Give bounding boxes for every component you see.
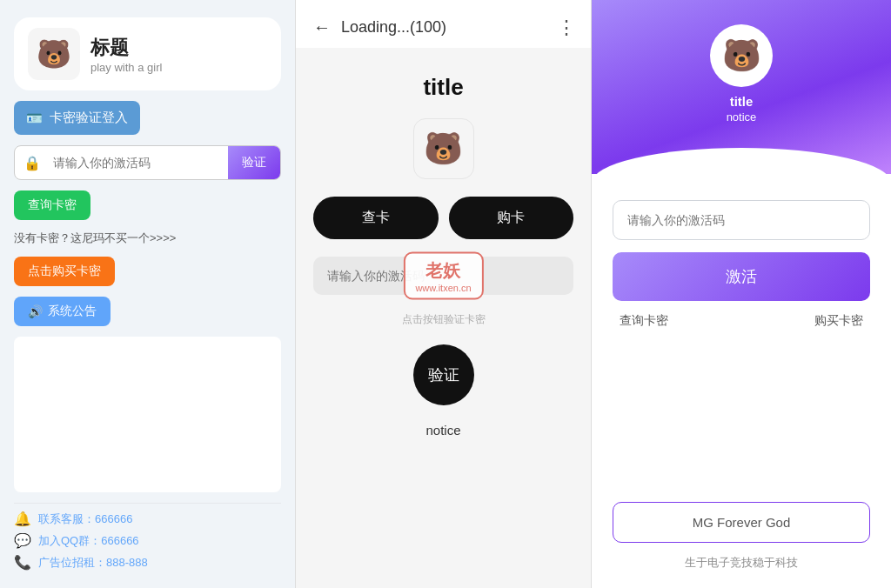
right-app-title: title: [730, 94, 754, 109]
bell-icon: 🔔: [14, 511, 31, 527]
verify-label-middle: 验证: [428, 364, 459, 385]
right-link-row: 查询卡密 购买卡密: [613, 313, 870, 329]
query-card-link[interactable]: 查询卡密: [620, 313, 668, 329]
title-block-left: 标题 play with a girl: [90, 35, 162, 74]
contact-item-1: 💬 加入QQ群：666666: [14, 532, 281, 549]
buy-card-button-middle[interactable]: 购卡: [449, 197, 574, 239]
right-logo-container: 🐻: [710, 24, 773, 87]
lock-icon: 🔒: [15, 155, 50, 171]
watermark-url: www.itxen.cn: [415, 283, 471, 293]
no-card-text: 没有卡密？这尼玛不买一个>>>>: [14, 231, 281, 246]
check-card-button-middle[interactable]: 查卡: [313, 197, 439, 239]
activation-input-right[interactable]: [613, 200, 870, 240]
chat-icon: 💬: [14, 532, 31, 549]
right-header: 🐻 title notice: [592, 0, 891, 174]
speaker-icon: 🔊: [28, 304, 43, 318]
left-panel: 🐻 标题 play with a girl 🪪 卡密验证登入 🔒 验证 查询卡密…: [0, 0, 296, 588]
contact-label-2: 广告位招租：888-888: [38, 555, 148, 571]
card-icon: 🪪: [26, 110, 43, 126]
verify-button-left[interactable]: 验证: [228, 146, 280, 179]
bear-icon-left: 🐻: [37, 37, 71, 70]
buy-card-link[interactable]: 购买卡密: [814, 313, 863, 329]
right-divider: [613, 341, 870, 490]
phone-icon: 📞: [14, 554, 31, 571]
loading-title: Loading...(100): [334, 18, 557, 37]
card-auth-label: 卡密验证登入: [50, 110, 128, 126]
right-body: 激活 查询卡密 购买卡密 MG Forever God 生于电子竞技稳于科技: [592, 174, 891, 588]
middle-input-wrapper: 老妖 www.itxen.cn: [313, 257, 573, 295]
contact-item-2: 📞 广告位招租：888-888: [14, 554, 281, 571]
contact-item-0: 🔔 联系客服：666666: [14, 511, 281, 527]
middle-logo: 🐻: [413, 118, 474, 179]
watermark: 老妖 www.itxen.cn: [403, 252, 483, 300]
contact-label-1: 加入QQ群：666666: [38, 533, 139, 549]
activation-input-left[interactable]: [50, 147, 228, 178]
bear-icon-middle: 🐻: [424, 130, 463, 167]
activate-button[interactable]: 激活: [613, 252, 870, 301]
announcement-button[interactable]: 🔊 系统公告: [14, 297, 111, 326]
middle-content: title 🐻 查卡 购卡 老妖 www.itxen.cn 点击按钮验证卡密 验…: [296, 48, 591, 588]
middle-app-title: title: [423, 74, 463, 101]
middle-panel: ← Loading...(100) ⋮ title 🐻 查卡 购卡 老妖 www…: [296, 0, 592, 588]
app-title-cn: 标题: [90, 35, 162, 61]
right-notice: notice: [727, 110, 757, 124]
app-logo-left: 🐻: [28, 28, 80, 80]
contact-label-0: 联系客服：666666: [38, 511, 132, 527]
watermark-logo: 老妖: [425, 259, 460, 283]
back-button[interactable]: ←: [310, 14, 334, 41]
middle-action-row: 查卡 购卡: [313, 197, 573, 239]
mg-forever-god-button[interactable]: MG Forever God: [613, 502, 870, 543]
verify-button-middle[interactable]: 验证: [413, 344, 474, 405]
middle-notice: notice: [425, 423, 460, 438]
buy-card-button-left[interactable]: 点击购买卡密: [14, 257, 115, 286]
right-panel: 🐻 title notice 激活 查询卡密 购买卡密 MG Forever G…: [592, 0, 891, 588]
middle-hint: 点击按钮验证卡密: [402, 312, 486, 327]
right-footer-text: 生于电子竞技稳于科技: [613, 555, 870, 571]
more-button[interactable]: ⋮: [557, 17, 577, 39]
announcement-label: 系统公告: [48, 304, 97, 319]
app-subtitle: play with a girl: [90, 61, 162, 74]
query-card-button-left[interactable]: 查询卡密: [14, 190, 90, 220]
announcement-area: [14, 337, 281, 492]
activation-input-row: 🔒 验证: [14, 145, 281, 180]
contact-section: 🔔 联系客服：666666 💬 加入QQ群：666666 📞 广告位招租：888…: [14, 503, 281, 571]
bear-icon-right: 🐻: [722, 37, 761, 74]
app-header: 🐻 标题 play with a girl: [14, 17, 281, 90]
card-auth-button[interactable]: 🪪 卡密验证登入: [14, 101, 140, 135]
middle-header: ← Loading...(100) ⋮: [296, 0, 591, 48]
